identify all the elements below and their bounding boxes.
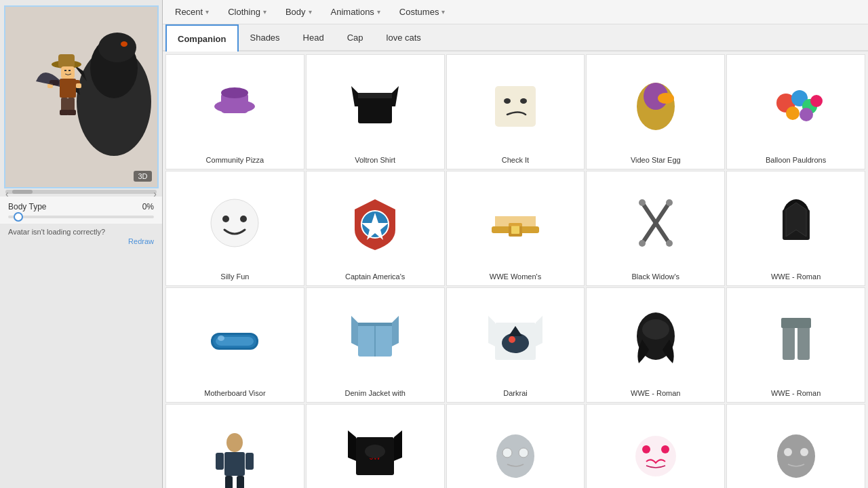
item-image (731, 293, 861, 386)
grid-item[interactable]: Denim Jacket with (306, 287, 445, 403)
item-image (170, 293, 300, 386)
avatar-figure (5, 7, 157, 187)
item-image (311, 60, 440, 152)
nav-item-costumes[interactable]: Costumes▾ (390, 0, 455, 24)
item-image (311, 293, 440, 386)
item-image (451, 60, 580, 152)
svg-point-33 (658, 93, 674, 104)
nav-item-animations[interactable]: Animations▾ (321, 0, 390, 24)
grid-item[interactable]: WWE - Roman (165, 404, 304, 488)
sub-tab-love-cats[interactable]: love cats (375, 24, 433, 50)
nav-item-recent[interactable]: Recent▾ (165, 0, 218, 24)
sub-tab-head[interactable]: Head (292, 24, 336, 50)
svg-point-39 (810, 95, 823, 107)
svg-point-53 (639, 240, 646, 247)
grid-item[interactable]: Balloon Pauldrons (726, 54, 865, 169)
sub-tab-label: Head (303, 33, 324, 43)
svg-rect-47 (511, 226, 519, 234)
grid-item[interactable]: Darkrai (446, 287, 585, 403)
svg-point-3 (98, 33, 136, 62)
item-label: Black Widow's (591, 272, 720, 281)
grid-item[interactable]: WWE Women's (446, 171, 585, 286)
grid-item[interactable]: WWE - Roman (726, 287, 865, 403)
svg-rect-64 (358, 323, 392, 326)
svg-point-93 (777, 434, 815, 478)
svg-rect-27 (358, 93, 392, 98)
item-image (170, 410, 300, 488)
chevron-icon: ▾ (441, 8, 445, 16)
item-label: Video Star Egg (591, 155, 720, 165)
svg-marker-67 (488, 316, 495, 346)
grid-item[interactable]: Voltron Shirt (306, 54, 445, 169)
body-type-slider[interactable] (8, 216, 154, 218)
svg-point-51 (639, 199, 646, 206)
sub-tab-label: Companion (178, 34, 226, 44)
grid-item[interactable]: Black Widow's (586, 171, 725, 286)
svg-point-76 (226, 433, 243, 452)
svg-marker-63 (392, 316, 399, 346)
item-image (731, 177, 861, 269)
chevron-icon: ▾ (309, 8, 312, 16)
item-label: WWE - Roman (591, 388, 720, 398)
svg-marker-68 (536, 316, 542, 346)
redraw-link[interactable]: Redraw (0, 237, 162, 251)
svg-point-4 (121, 41, 127, 47)
svg-point-29 (504, 98, 511, 104)
slider-thumb[interactable] (14, 212, 23, 222)
sub-tabs: CompanionShadesHeadCaplove cats (163, 24, 868, 52)
chevron-icon: ▾ (205, 8, 209, 16)
svg-marker-84 (394, 430, 402, 461)
grid-item[interactable]: Community Pizza (165, 54, 304, 169)
chevron-icon: ▾ (263, 8, 267, 16)
body-type-label-text: Body Type (8, 202, 46, 211)
nav-item-clothing[interactable]: Clothing▾ (218, 0, 276, 24)
grid-item[interactable]: Video Star Egg (586, 54, 725, 169)
svg-rect-10 (64, 70, 66, 71)
sub-tab-label: Cap (347, 33, 363, 43)
grid-item[interactable]: Silly Fun (165, 171, 304, 286)
svg-point-41 (222, 216, 229, 222)
svg-point-70 (509, 336, 515, 343)
sub-tab-companion[interactable]: Companion (165, 24, 239, 52)
item-image (311, 177, 440, 269)
svg-point-37 (786, 106, 800, 120)
chevron-icon: ▾ (377, 8, 380, 16)
grid-item[interactable]: Squad Ghouls: Drop (446, 404, 585, 488)
item-image (591, 60, 720, 152)
svg-point-23 (221, 87, 248, 98)
item-image (591, 410, 720, 488)
item-label: WWE Women's (451, 272, 580, 281)
nav-bar: Recent▾Clothing▾Body▾Animations▾Costumes… (163, 0, 868, 24)
sub-tab-cap[interactable]: Cap (336, 24, 375, 50)
item-image (451, 177, 580, 269)
sub-tab-label: Shades (250, 33, 280, 43)
grid-item[interactable]: Check It (446, 54, 585, 169)
svg-rect-78 (216, 453, 224, 470)
svg-rect-11 (68, 70, 71, 71)
grid-item[interactable]: WWE - Roman (726, 171, 865, 286)
grid-item[interactable]: Motherboard Visor (165, 287, 304, 403)
nav-item-body[interactable]: Body▾ (276, 0, 321, 24)
svg-marker-83 (348, 430, 356, 461)
svg-point-95 (800, 448, 808, 456)
nav-label: Body (285, 7, 306, 17)
svg-point-30 (520, 98, 527, 104)
sub-tab-shades[interactable]: Shades (239, 24, 292, 50)
3d-badge: 3D (134, 171, 151, 182)
item-image (591, 293, 720, 386)
svg-rect-48 (495, 216, 536, 226)
item-image (170, 60, 300, 152)
item-label: WWE - Roman (731, 388, 861, 398)
grid-item[interactable]: Oli Zigzag - Face (586, 404, 725, 488)
grid-item[interactable]: Captain America's (306, 171, 445, 286)
item-label: Silly Fun (170, 272, 300, 281)
grid-item[interactable]: Oli Zigzag - Head (726, 404, 865, 488)
item-image (451, 293, 580, 386)
item-image (170, 177, 300, 269)
grid-item[interactable]: JW Jurassic World Shirt (306, 404, 445, 488)
item-label: Check It (451, 155, 580, 165)
svg-rect-75 (781, 318, 811, 328)
svg-rect-20 (67, 110, 76, 115)
svg-rect-28 (495, 86, 536, 127)
grid-item[interactable]: WWE - Roman (586, 287, 725, 403)
